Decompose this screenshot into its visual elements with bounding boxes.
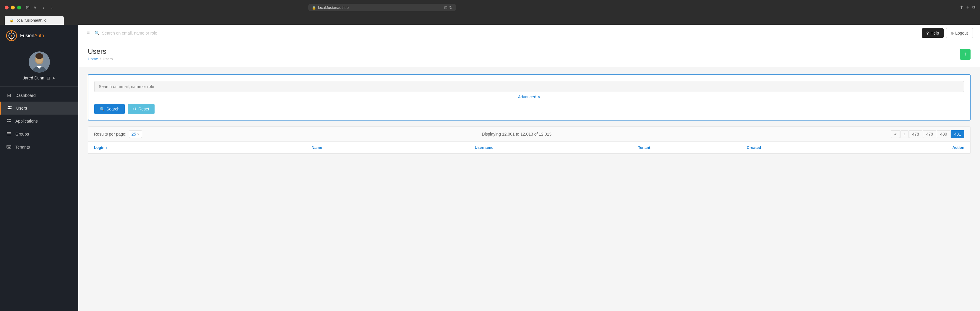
sidebar-item-label-groups: Groups bbox=[15, 132, 29, 136]
col-header-name[interactable]: Name bbox=[312, 145, 475, 150]
breadcrumb: Home / Users bbox=[88, 57, 113, 61]
sidebar-item-label-users: Users bbox=[16, 106, 27, 111]
svg-rect-16 bbox=[9, 121, 11, 122]
profile-name: Jared Dunn bbox=[23, 76, 44, 80]
pagination-prev[interactable]: ‹ bbox=[900, 130, 908, 138]
forward-button[interactable]: › bbox=[49, 4, 54, 11]
col-header-tenant[interactable]: Tenant bbox=[638, 145, 747, 150]
reset-button[interactable]: ↺ Reset bbox=[128, 104, 154, 114]
top-bar-actions: ? Help ⎋ Logout bbox=[922, 28, 973, 38]
groups-icon bbox=[6, 131, 12, 137]
svg-rect-14 bbox=[9, 119, 11, 120]
page-header: Users Home / Users + bbox=[78, 41, 980, 67]
svg-point-2 bbox=[11, 35, 13, 36]
fusionauth-logo-icon bbox=[6, 30, 17, 41]
top-search[interactable]: 🔍 Search on email, name or role bbox=[95, 31, 918, 35]
tabs-icon[interactable]: ⧉ bbox=[972, 5, 975, 10]
help-label: Help bbox=[930, 31, 939, 35]
top-bar: ≡ 🔍 Search on email, name or role ? Help… bbox=[78, 25, 980, 41]
traffic-light-green[interactable] bbox=[17, 6, 21, 10]
profile-name-row: Jared Dunn ⊟ ➤ bbox=[23, 76, 55, 80]
svg-rect-17 bbox=[7, 132, 11, 133]
sidebar-item-tenants[interactable]: Tenants bbox=[0, 141, 78, 154]
sidebar: FusionAuth bbox=[0, 25, 78, 311]
hamburger-button[interactable]: ≡ bbox=[86, 29, 91, 37]
logout-label: Logout bbox=[955, 31, 968, 35]
svg-rect-18 bbox=[7, 133, 11, 134]
users-icon bbox=[7, 105, 13, 111]
svg-rect-13 bbox=[7, 119, 9, 120]
col-header-login[interactable]: Login ↑ bbox=[94, 145, 312, 150]
col-header-username[interactable]: Username bbox=[475, 145, 638, 150]
sidebar-item-applications[interactable]: Applications bbox=[0, 114, 78, 128]
search-icon: 🔍 bbox=[95, 31, 100, 35]
pagination-page-479[interactable]: 479 bbox=[923, 130, 936, 138]
url-bar[interactable]: 🔒 local.fusionauth.io ⊡ ↻ bbox=[308, 4, 456, 11]
advanced-toggle[interactable]: Advanced ∨ bbox=[94, 95, 964, 99]
logout-icon: ⎋ bbox=[951, 31, 953, 35]
pagination-page-480[interactable]: 480 bbox=[937, 130, 950, 138]
results-section: Results per page: 25 ∨ Displaying 12,001… bbox=[88, 126, 970, 154]
breadcrumb-separator: / bbox=[100, 57, 101, 61]
pagination-first[interactable]: « bbox=[891, 130, 900, 138]
refresh-icon[interactable]: ↻ bbox=[449, 5, 452, 10]
logout-button[interactable]: ⎋ Logout bbox=[946, 28, 973, 38]
lock-icon: 🔒 bbox=[312, 6, 316, 10]
traffic-light-red[interactable] bbox=[5, 6, 9, 10]
sidebar-item-label-tenants: Tenants bbox=[15, 145, 30, 149]
profile-edit-icon[interactable]: ⊟ bbox=[47, 76, 50, 80]
profile-nav-icon[interactable]: ➤ bbox=[52, 76, 56, 80]
results-per-page: Results per page: 25 ∨ bbox=[94, 130, 142, 138]
per-page-value: 25 bbox=[132, 132, 136, 136]
results-bar: Results per page: 25 ∨ Displaying 12,001… bbox=[88, 127, 970, 142]
per-page-label: Results per page: bbox=[94, 132, 126, 136]
add-user-button[interactable]: + bbox=[960, 49, 970, 60]
search-input-wrap[interactable] bbox=[94, 81, 964, 92]
per-page-chevron: ∨ bbox=[137, 132, 140, 136]
per-page-select[interactable]: 25 ∨ bbox=[129, 130, 142, 138]
main-content: ≡ 🔍 Search on email, name or role ? Help… bbox=[78, 25, 980, 311]
share-icon[interactable]: ⬆ bbox=[959, 5, 963, 10]
sidebar-toggle-icon[interactable]: ⊡ bbox=[24, 3, 31, 11]
svg-rect-20 bbox=[7, 145, 11, 148]
traffic-light-yellow[interactable] bbox=[11, 6, 15, 10]
pagination-page-481[interactable]: 481 bbox=[951, 130, 964, 138]
tenants-icon bbox=[6, 144, 12, 150]
svg-rect-22 bbox=[9, 147, 10, 148]
breadcrumb-home[interactable]: Home bbox=[88, 57, 98, 61]
dashboard-icon: ⊞ bbox=[6, 92, 12, 98]
pagination-page-478[interactable]: 478 bbox=[909, 130, 923, 138]
new-tab-icon[interactable]: + bbox=[966, 5, 969, 10]
sidebar-item-users[interactable]: Users bbox=[0, 102, 78, 114]
page-title-section: Users Home / Users bbox=[88, 47, 113, 61]
breadcrumb-current: Users bbox=[103, 57, 113, 61]
search-panel: Advanced ∨ 🔍 Search ↺ Reset bbox=[88, 75, 970, 121]
search-button[interactable]: 🔍 Search bbox=[94, 104, 125, 114]
applications-icon bbox=[6, 118, 12, 124]
search-input[interactable] bbox=[99, 84, 959, 89]
reset-btn-icon: ↺ bbox=[133, 106, 137, 111]
back-button[interactable]: ‹ bbox=[41, 4, 46, 11]
results-info: Displaying 12,001 to 12,013 of 12,013 bbox=[482, 132, 552, 136]
sidebar-item-dashboard[interactable]: ⊞ Dashboard bbox=[0, 89, 78, 102]
chevron-down-icon: ∨ bbox=[34, 5, 37, 10]
col-header-action: Action bbox=[877, 145, 965, 150]
col-header-created[interactable]: Created bbox=[747, 145, 877, 150]
svg-rect-15 bbox=[7, 121, 9, 122]
help-button[interactable]: ? Help bbox=[922, 29, 944, 38]
tab-title: local.fusionauth.io bbox=[16, 18, 46, 22]
sidebar-item-label-dashboard: Dashboard bbox=[15, 93, 36, 98]
sidebar-item-groups[interactable]: Groups bbox=[0, 128, 78, 141]
svg-rect-19 bbox=[7, 135, 11, 135]
avatar bbox=[29, 51, 50, 73]
browser-tab[interactable]: 🔒 local.fusionauth.io bbox=[5, 16, 64, 25]
search-placeholder: Search on email, name or role bbox=[102, 31, 158, 35]
svg-rect-21 bbox=[8, 147, 9, 148]
page-title: Users bbox=[88, 47, 113, 56]
reader-icon[interactable]: ⊡ bbox=[444, 5, 447, 10]
pagination: « ‹ 478 479 480 481 bbox=[891, 130, 964, 138]
svg-point-10 bbox=[36, 53, 43, 58]
url-text: local.fusionauth.io bbox=[318, 5, 349, 10]
svg-point-11 bbox=[8, 106, 10, 108]
search-actions: 🔍 Search ↺ Reset bbox=[94, 104, 964, 114]
